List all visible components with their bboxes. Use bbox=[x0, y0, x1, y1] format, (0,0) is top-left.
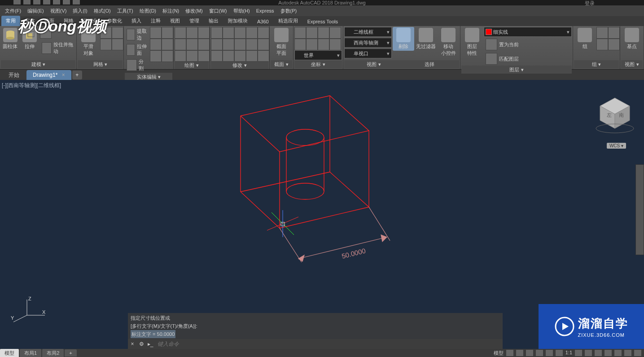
stretch-icon[interactable] bbox=[246, 39, 258, 50]
menu-format[interactable]: 格式(O) bbox=[91, 6, 114, 16]
solid-tool-5[interactable] bbox=[150, 50, 162, 62]
mesh-tool-1[interactable] bbox=[100, 27, 112, 39]
panel-view-label[interactable]: 视图 ▾ bbox=[346, 60, 402, 68]
array-icon[interactable] bbox=[211, 50, 223, 62]
solid-tool-1[interactable] bbox=[150, 27, 162, 39]
copy-icon[interactable] bbox=[258, 27, 269, 39]
ribbon-tab-featured[interactable]: 精选应用 bbox=[274, 16, 302, 26]
menu-file[interactable]: 文件(F) bbox=[2, 6, 24, 16]
menu-help[interactable]: 帮助(H) bbox=[231, 6, 253, 16]
panel-base-label[interactable]: 视图 ▾ bbox=[621, 60, 643, 68]
dimension-text[interactable]: 50.0000 bbox=[341, 247, 367, 260]
panel-modify-label[interactable]: 修改 ▾ bbox=[211, 61, 268, 69]
mesh-tool-2[interactable] bbox=[112, 27, 123, 39]
modify-tool-a[interactable] bbox=[234, 50, 246, 62]
cylinder-button[interactable]: 圆柱体 bbox=[1, 27, 19, 51]
ribbon-tab-param[interactable]: 参数化 bbox=[103, 16, 127, 26]
panel-select-label[interactable]: 选择 bbox=[402, 60, 457, 68]
new-doc-button[interactable]: + bbox=[72, 71, 82, 79]
fillet-icon[interactable] bbox=[223, 39, 234, 50]
menu-edit[interactable]: 编辑(E) bbox=[25, 6, 47, 16]
status-tool-a[interactable] bbox=[575, 350, 582, 356]
doc-tab-drawing1[interactable]: Drawing1* × bbox=[26, 70, 71, 80]
login-link[interactable]: 登录 bbox=[585, 0, 595, 7]
otrack-toggle-icon[interactable] bbox=[556, 350, 563, 356]
mirror-icon[interactable] bbox=[211, 39, 223, 50]
line-icon[interactable] bbox=[175, 27, 186, 39]
nofilter-button[interactable]: 无过滤器 bbox=[415, 27, 437, 51]
ribbon-tab-output[interactable]: 输出 bbox=[204, 16, 223, 26]
matchlayer-button[interactable]: 匹配图层 bbox=[484, 52, 572, 66]
group-tool-3[interactable] bbox=[596, 39, 608, 50]
qat-save-icon[interactable] bbox=[33, 0, 40, 4]
ribbon-tab-addin[interactable]: 附加模块 bbox=[223, 16, 252, 26]
solid-tool-4[interactable] bbox=[162, 39, 173, 50]
ribbon-tab-annotate[interactable]: 注释 bbox=[146, 16, 165, 26]
modify-tool-b[interactable] bbox=[246, 50, 258, 62]
menu-draw[interactable]: 绘图(D) bbox=[137, 6, 159, 16]
rotate-icon[interactable] bbox=[223, 27, 234, 39]
navigation-bar[interactable] bbox=[635, 164, 644, 255]
qat-open-icon[interactable] bbox=[23, 0, 31, 4]
trim-icon[interactable] bbox=[234, 27, 246, 39]
snap-toggle-icon[interactable] bbox=[516, 350, 523, 356]
ucs-tool-4[interactable] bbox=[329, 27, 341, 39]
ucs-tool-3[interactable] bbox=[318, 27, 329, 39]
ucs-tool-5[interactable] bbox=[294, 39, 306, 50]
polar-toggle-icon[interactable] bbox=[536, 350, 543, 356]
osnap-toggle-icon[interactable] bbox=[546, 350, 553, 356]
cmd-close-icon[interactable]: × bbox=[128, 341, 137, 347]
menu-window[interactable]: 窗口(W) bbox=[206, 6, 230, 16]
namedview-combo[interactable]: 西南等轴测 bbox=[344, 38, 392, 48]
qat-saveas-icon[interactable] bbox=[43, 0, 50, 4]
visualstyle-combo[interactable]: 二维线框 bbox=[344, 27, 392, 37]
ribbon-tab-insert[interactable]: 插入 bbox=[127, 16, 146, 26]
pline-icon[interactable] bbox=[186, 27, 198, 39]
group-tool-2[interactable] bbox=[608, 27, 620, 39]
presspull-button[interactable]: 按住并拖动 bbox=[40, 40, 75, 56]
layer-combo[interactable]: 细实线 bbox=[484, 27, 572, 37]
polysolid-icon[interactable] bbox=[40, 27, 52, 39]
split-button[interactable]: 分割 bbox=[125, 57, 149, 73]
panel-section-label[interactable]: 截面 ▾ bbox=[271, 60, 292, 68]
modify-tool-c[interactable] bbox=[258, 50, 269, 62]
ucs-tool-7[interactable] bbox=[318, 39, 329, 50]
solid-tool-2[interactable] bbox=[162, 27, 173, 39]
status-model-label[interactable]: 模型 bbox=[494, 350, 504, 357]
layout-tab-model[interactable]: 模型 bbox=[0, 349, 19, 357]
polygon-icon[interactable] bbox=[198, 50, 210, 62]
solid-tool-6[interactable] bbox=[162, 50, 173, 62]
viewport-combo[interactable]: 单视口 bbox=[344, 48, 392, 58]
qat-redo-icon[interactable] bbox=[73, 0, 80, 4]
layout-tab-2[interactable]: 布局2 bbox=[42, 349, 64, 357]
status-tool-f[interactable] bbox=[624, 350, 631, 356]
ortho-toggle-icon[interactable] bbox=[526, 350, 533, 356]
command-input[interactable] bbox=[155, 341, 503, 347]
mesh-tool-4[interactable] bbox=[112, 39, 123, 50]
status-tool-b[interactable] bbox=[585, 350, 592, 356]
ribbon-tab-surface[interactable]: 曲面 bbox=[40, 16, 59, 26]
rect-icon[interactable] bbox=[186, 39, 198, 50]
ucs-tool-1[interactable] bbox=[294, 27, 306, 39]
mesh-tool-3[interactable] bbox=[100, 39, 112, 50]
ucs-tool-2[interactable] bbox=[306, 27, 318, 39]
menu-view[interactable]: 视图(V) bbox=[48, 6, 70, 16]
group-tool-4[interactable] bbox=[608, 39, 620, 50]
qat-new-icon[interactable] bbox=[13, 0, 21, 4]
move-icon[interactable] bbox=[211, 27, 223, 39]
panel-mesh-label[interactable]: 网格 ▾ bbox=[78, 60, 123, 68]
status-tool-e[interactable] bbox=[614, 350, 622, 356]
panel-create-label[interactable]: 建模 ▾ bbox=[1, 60, 75, 68]
erase-big-button[interactable]: 剔除 bbox=[393, 27, 414, 51]
extrface-button[interactable]: 拉伸面 bbox=[125, 42, 149, 57]
scale-icon[interactable] bbox=[258, 39, 269, 50]
ribbon-tab-visual[interactable]: 可视化 bbox=[79, 16, 102, 26]
menu-express[interactable]: Express bbox=[254, 7, 277, 15]
basepoint-button[interactable]: 基点 bbox=[621, 27, 643, 51]
layout-tab-add[interactable]: + bbox=[65, 349, 76, 357]
ucs-tool-8[interactable] bbox=[329, 39, 341, 50]
sectionplane-button[interactable]: 截面 平面 bbox=[271, 27, 292, 57]
ribbon-tab-a360[interactable]: A360 bbox=[253, 17, 273, 26]
viewcube[interactable]: 左 南 bbox=[595, 93, 635, 134]
ribbon-tab-manage[interactable]: 管理 bbox=[185, 16, 204, 26]
